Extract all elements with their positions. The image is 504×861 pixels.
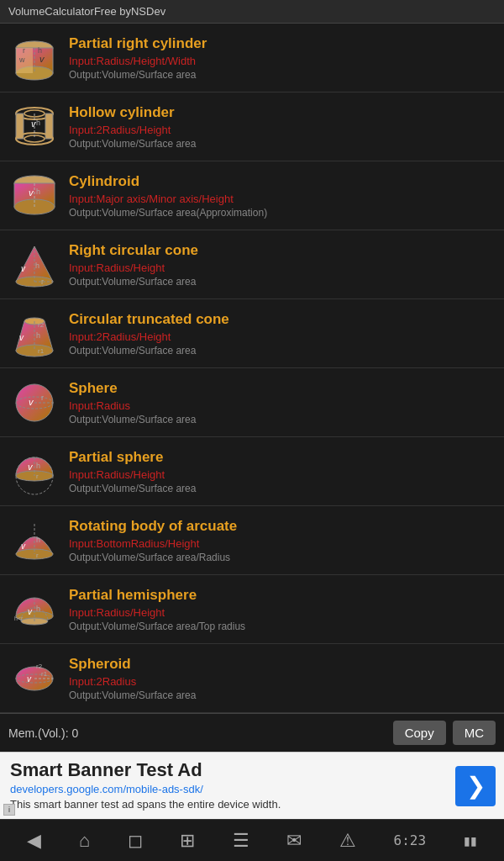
item-input-partial-hemisphere: Input:Radius/Height [69, 606, 245, 619]
bottom-bar: Mem.(Vol.): 0 Copy MC [0, 713, 504, 752]
item-icon-sphere: v r [5, 375, 64, 430]
svg-text:h: h [35, 261, 39, 270]
item-title-circular-truncated-cone: Circular truncated cone [69, 311, 229, 328]
item-text-partial-right-cylinder: Partial right cylinderInput:Radius/Heigh… [69, 35, 207, 81]
svg-text:r1: r1 [41, 670, 48, 678]
item-output-cylindroid: Output:Volume/Surface area(Approximation… [69, 207, 267, 219]
item-text-sphere: SphereInput:RadiusOutput:Volume/Surface … [69, 380, 196, 425]
item-title-rotating-body-arcuate: Rotating body of arcuate [69, 518, 237, 535]
item-text-cylindroid: CylindroidInput:Major axis/Minor axis/He… [69, 173, 267, 219]
svg-text:r2: r2 [38, 321, 45, 329]
item-input-partial-sphere: Input:Radius/Height [69, 468, 196, 481]
list-item-hollow-cylinder[interactable]: v h Hollow cylinderInput:2Radius/HeightO… [0, 92, 504, 161]
nav-back-icon[interactable]: ◀ [27, 830, 41, 852]
item-input-sphere: Input:Radius [69, 399, 196, 412]
item-input-rotating-body-arcuate: Input:BottomRadius/Height [69, 537, 237, 550]
svg-text:h: h [36, 536, 40, 544]
item-input-spheroid: Input:2Radius [69, 675, 196, 688]
nav-mail-icon: ✉ [286, 830, 302, 852]
list-item-right-circular-cone[interactable]: v h r Right circular coneInput:Radius/He… [0, 230, 504, 299]
title-bar: VolumeCalculatorFree byNSDev [0, 0, 504, 24]
item-input-cylindroid: Input:Major axis/Minor axis/Height [69, 193, 267, 205]
item-output-circular-truncated-cone: Output:Volume/Surface area [69, 345, 229, 357]
item-icon-partial-hemisphere: v h h<r [5, 582, 64, 637]
item-title-spheroid: Spheroid [69, 656, 196, 673]
svg-text:r1: r1 [38, 347, 45, 355]
list-item-cylindroid[interactable]: v h CylindroidInput:Major axis/Minor axi… [0, 161, 504, 230]
list-item-sphere[interactable]: v r SphereInput:RadiusOutput:Volume/Surf… [0, 368, 504, 437]
nav-recent-icon[interactable]: ◻ [128, 830, 143, 852]
app-title: VolumeCalculatorFree byNSDev [8, 5, 165, 18]
svg-text:h: h [36, 331, 40, 340]
svg-text:h: h [38, 46, 42, 55]
item-output-sphere: Output:Volume/Surface area [69, 414, 196, 425]
item-title-right-circular-cone: Right circular cone [69, 242, 198, 259]
item-output-partial-hemisphere: Output:Volume/Surface area/Top radius [69, 621, 245, 632]
item-title-sphere: Sphere [69, 380, 196, 397]
ad-banner: Smart Banner Test Ad developers.google.c… [0, 752, 504, 819]
item-icon-spheroid: v r1 r2 [5, 651, 64, 705]
item-icon-hollow-cylinder: v h [5, 99, 64, 154]
item-output-partial-sphere: Output:Volume/Surface area [69, 483, 196, 494]
svg-text:h: h [36, 605, 40, 613]
svg-text:r: r [23, 46, 25, 55]
ad-description: This smart banner test ad spans the enti… [10, 798, 494, 811]
item-output-right-circular-cone: Output:Volume/Surface area [69, 276, 198, 288]
svg-text:r2: r2 [36, 663, 43, 670]
list-container: v w r h Partial right cylinderInput:Radi… [0, 24, 504, 713]
item-icon-right-circular-cone: v h r [5, 237, 64, 292]
item-input-circular-truncated-cone: Input:2Radius/Height [69, 330, 229, 343]
svg-text:h: h [36, 462, 40, 470]
item-icon-partial-right-cylinder: v w r h [5, 30, 64, 85]
item-text-rotating-body-arcuate: Rotating body of arcuateInput:BottomRadi… [69, 518, 237, 563]
nav-bar: ◀ ⌂ ◻ ⊞ ☰ ✉ ⚠ 6:23 ▮▮ [0, 819, 504, 861]
list-item-circular-truncated-cone[interactable]: v h r2 r1 Circular truncated coneInput:2… [0, 299, 504, 368]
item-text-circular-truncated-cone: Circular truncated coneInput:2Radius/Hei… [69, 311, 229, 357]
item-text-partial-sphere: Partial sphereInput:Radius/HeightOutput:… [69, 449, 196, 494]
item-title-partial-sphere: Partial sphere [69, 449, 196, 466]
svg-text:w: w [18, 55, 25, 64]
svg-text:h: h [36, 119, 40, 127]
item-title-partial-hemisphere: Partial hemisphere [69, 587, 245, 604]
list-item-partial-right-cylinder[interactable]: v w r h Partial right cylinderInput:Radi… [0, 24, 504, 92]
nav-home-icon[interactable]: ⌂ [79, 830, 90, 852]
item-title-partial-right-cylinder: Partial right cylinder [69, 35, 207, 52]
nav-menu-icon[interactable]: ☰ [233, 830, 249, 852]
memory-label: Mem.(Vol.): 0 [8, 726, 386, 740]
svg-text:h<r: h<r [14, 615, 24, 621]
item-output-spheroid: Output:Volume/Surface area [69, 689, 196, 701]
nav-grid-icon[interactable]: ⊞ [180, 830, 195, 852]
item-icon-rotating-body-arcuate: v h r [5, 513, 64, 568]
nav-time: 6:23 [394, 832, 427, 848]
svg-text:r: r [41, 277, 44, 286]
item-input-partial-right-cylinder: Input:Radius/Height/Width [69, 55, 207, 67]
ad-arrow-button[interactable]: ❯ [455, 766, 496, 806]
arrow-icon: ❯ [466, 774, 486, 798]
item-output-partial-right-cylinder: Output:Volume/Surface area [69, 69, 207, 81]
list-item-rotating-body-arcuate[interactable]: v h r Rotating body of arcuateInput:Bott… [0, 506, 504, 575]
item-icon-cylindroid: v h [5, 168, 64, 223]
item-title-cylindroid: Cylindroid [69, 173, 267, 190]
ad-url[interactable]: developers.google.com/mobile-ads-sdk/ [10, 783, 494, 795]
item-output-hollow-cylinder: Output:Volume/Surface area [69, 138, 196, 150]
ad-title: Smart Banner Test Ad [10, 759, 494, 781]
item-text-spheroid: SpheroidInput:2RadiusOutput:Volume/Surfa… [69, 656, 196, 701]
svg-text:h: h [36, 188, 40, 196]
list-item-spheroid[interactable]: v r1 r2 SpheroidInput:2RadiusOutput:Volu… [0, 644, 504, 713]
item-text-hollow-cylinder: Hollow cylinderInput:2Radius/HeightOutpu… [69, 104, 196, 150]
item-title-hollow-cylinder: Hollow cylinder [69, 104, 196, 121]
nav-battery-icon: ▮▮ [464, 834, 477, 848]
item-input-right-circular-cone: Input:Radius/Height [69, 261, 198, 274]
item-icon-partial-sphere: v h r [5, 444, 64, 499]
list-item-partial-hemisphere[interactable]: v h h<r Partial hemisphereInput:Radius/H… [0, 575, 504, 644]
list-item-partial-sphere[interactable]: v h r Partial sphereInput:Radius/HeightO… [0, 437, 504, 506]
item-text-right-circular-cone: Right circular coneInput:Radius/HeightOu… [69, 242, 198, 288]
item-input-hollow-cylinder: Input:2Radius/Height [69, 124, 196, 136]
copy-button[interactable]: Copy [393, 721, 446, 745]
item-icon-circular-truncated-cone: v h r2 r1 [5, 306, 64, 361]
mc-button[interactable]: MC [453, 721, 496, 745]
svg-text:r: r [36, 473, 39, 480]
svg-text:r: r [41, 394, 44, 402]
item-output-rotating-body-arcuate: Output:Volume/Surface area/Radius [69, 552, 237, 563]
svg-text:r: r [36, 552, 39, 559]
